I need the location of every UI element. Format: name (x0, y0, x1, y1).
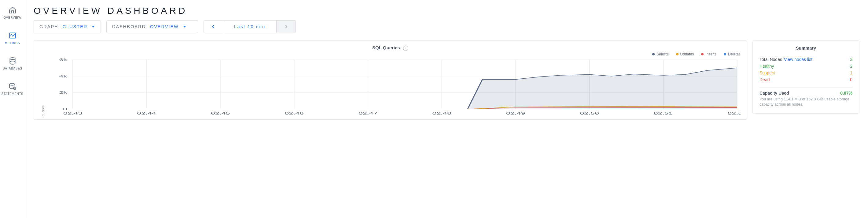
legend-dot-icon (652, 53, 655, 55)
legend-item[interactable]: Selects (652, 52, 669, 56)
legend-item[interactable]: Inserts (701, 52, 716, 56)
summary-label: Total NodesView nodes list (760, 57, 812, 62)
y-axis-label: queries (40, 58, 45, 116)
svg-text:02:43: 02:43 (63, 111, 83, 115)
summary-label: Healthy (760, 64, 774, 69)
sidebar: OVERVIEW METRICS DATABASES STATEMENTS (0, 0, 25, 218)
chevron-left-icon (212, 25, 215, 29)
summary-label: Suspect (760, 71, 775, 75)
summary-value: 2 (850, 64, 852, 69)
legend-dot-icon (701, 53, 704, 55)
time-range-nav: Last 10 min (204, 20, 296, 33)
sidebar-item-label: METRICS (5, 41, 20, 45)
database-icon (8, 57, 17, 65)
svg-text:02:45: 02:45 (211, 111, 230, 115)
capacity-pct: 0.07% (840, 91, 852, 96)
sql-queries-chart: 02k4k6k02:4302:4402:4502:4602:4702:4802:… (45, 58, 741, 116)
svg-text:02:44: 02:44 (137, 111, 156, 115)
info-icon[interactable]: i (403, 46, 408, 51)
statements-icon (8, 82, 17, 90)
dropdown-value: Overview (150, 24, 179, 29)
summary-label: Dead (760, 77, 770, 82)
summary-card: Summary Total NodesView nodes list3Healt… (752, 40, 860, 114)
dropdown-label: Dashboard: (112, 24, 148, 29)
time-range-label[interactable]: Last 10 min (223, 21, 277, 33)
time-prev-button[interactable] (204, 21, 223, 33)
chevron-down-icon (183, 26, 186, 28)
summary-row: Suspect1 (760, 70, 852, 76)
svg-line-4 (15, 89, 16, 90)
chevron-down-icon (92, 26, 95, 28)
view-nodes-link[interactable]: View nodes list (784, 57, 812, 62)
time-next-button (277, 21, 296, 33)
sidebar-item-statements[interactable]: STATEMENTS (0, 81, 25, 98)
sidebar-item-label: STATEMENTS (2, 92, 24, 96)
metrics-icon (8, 31, 17, 39)
svg-text:02:49: 02:49 (506, 111, 525, 115)
summary-row: Healthy2 (760, 63, 852, 70)
sidebar-item-overview[interactable]: OVERVIEW (0, 4, 25, 21)
summary-value: 1 (850, 71, 852, 75)
chevron-right-icon (284, 25, 288, 29)
capacity-used-row: Capacity Used 0.07% (760, 91, 852, 96)
svg-text:02:47: 02:47 (359, 111, 378, 115)
svg-point-1 (10, 58, 15, 60)
dropdown-value: Cluster (63, 24, 88, 29)
legend-dot-icon (724, 53, 726, 55)
capacity-label: Capacity Used (760, 91, 789, 96)
svg-text:02:51: 02:51 (654, 111, 673, 115)
chart-title: SQL Queries i (40, 45, 741, 51)
svg-text:6k: 6k (59, 58, 67, 61)
legend-item[interactable]: Deletes (724, 52, 741, 56)
sidebar-item-databases[interactable]: DATABASES (0, 55, 25, 72)
graph-dropdown[interactable]: Graph: Cluster (34, 20, 101, 33)
capacity-subtext: You are using 114.1 MiB of 152.0 GiB usa… (760, 97, 852, 107)
svg-text:0: 0 (63, 107, 67, 111)
chart-legend: SelectsUpdatesInsertsDeletes (40, 52, 741, 56)
svg-text:02:52: 02:52 (727, 111, 741, 115)
sidebar-item-metrics[interactable]: METRICS (0, 30, 25, 47)
toolbar: Graph: Cluster Dashboard: Overview Last … (34, 20, 860, 33)
page-title: Overview Dashboard (34, 5, 860, 16)
legend-item[interactable]: Updates (676, 52, 694, 56)
sql-queries-chart-card: SQL Queries i SelectsUpdatesInsertsDelet… (34, 40, 747, 120)
svg-text:02:50: 02:50 (580, 111, 599, 115)
home-icon (8, 6, 17, 14)
dropdown-label: Graph: (39, 24, 60, 29)
legend-dot-icon (676, 53, 679, 55)
svg-point-2 (9, 83, 15, 85)
summary-row: Dead0 (760, 76, 852, 83)
dashboard-dropdown[interactable]: Dashboard: Overview (106, 20, 198, 33)
svg-text:2k: 2k (59, 91, 67, 94)
sidebar-item-label: OVERVIEW (3, 16, 21, 19)
summary-value: 0 (850, 77, 852, 82)
svg-text:02:48: 02:48 (432, 111, 452, 115)
svg-text:02:46: 02:46 (284, 111, 304, 115)
summary-title: Summary (760, 46, 852, 51)
main: Overview Dashboard Graph: Cluster Dashbo… (25, 0, 868, 218)
summary-row: Total NodesView nodes list3 (760, 56, 852, 63)
svg-text:4k: 4k (59, 74, 67, 78)
sidebar-item-label: DATABASES (3, 67, 22, 70)
summary-value: 3 (850, 57, 852, 62)
